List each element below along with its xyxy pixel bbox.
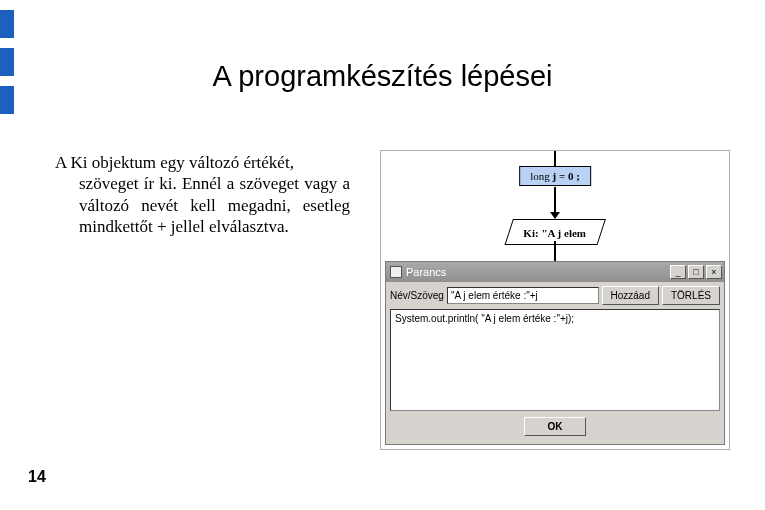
code-textarea[interactable]: System.out.println( "A j elem értéke :"+… xyxy=(390,309,720,411)
close-button[interactable]: × xyxy=(706,265,722,279)
paragraph-first-line: A Ki objektum egy változó értékét, xyxy=(55,153,294,172)
paragraph-rest: szöveget ír ki. Ennél a szöveget vagy a … xyxy=(55,173,350,237)
add-button[interactable]: Hozzáad xyxy=(602,286,659,305)
titlebar-left: Parancs xyxy=(388,266,446,278)
figure-frame: long j = 0 ; Ki: "A j elem Parancs _ □ xyxy=(380,150,730,450)
titlebar: Parancs _ □ × xyxy=(386,262,724,282)
dialog-window: Parancs _ □ × Név/Szöveg "A j elem érték… xyxy=(385,261,725,445)
slide-title: A programkészítés lépései xyxy=(0,60,765,93)
name-text-input[interactable]: "A j elem értéke :"+j xyxy=(447,287,599,304)
label-name-text: Név/Szöveg xyxy=(390,290,444,301)
arrow-down-icon xyxy=(550,212,560,219)
body-paragraph: A Ki objektum egy változó értékét, szöve… xyxy=(55,152,350,237)
maximize-button[interactable]: □ xyxy=(688,265,704,279)
flow-pgram-text: "A j elem xyxy=(541,227,586,239)
flow-pgram-pre: Ki: xyxy=(523,227,541,239)
ok-row: OK xyxy=(386,411,724,440)
window-title: Parancs xyxy=(406,266,446,278)
window-icon xyxy=(390,266,402,278)
minimize-button[interactable]: _ xyxy=(670,265,686,279)
accent-bar xyxy=(0,10,14,38)
flow-box1-code: j = 0 ; xyxy=(552,170,579,182)
clear-button[interactable]: TÖRLÉS xyxy=(662,286,720,305)
flow-connector xyxy=(554,187,556,212)
page-number: 14 xyxy=(28,468,46,486)
form-row: Név/Szöveg "A j elem értéke :"+j Hozzáad… xyxy=(386,282,724,309)
flow-connector xyxy=(554,151,556,166)
flow-box1-pre: long xyxy=(530,170,552,182)
flowchart: long j = 0 ; Ki: "A j elem xyxy=(381,151,729,261)
window-controls: _ □ × xyxy=(670,265,722,279)
flow-connector xyxy=(554,241,556,261)
slide: A programkészítés lépései A Ki objektum … xyxy=(0,0,765,510)
flow-box-declaration: long j = 0 ; xyxy=(519,166,591,186)
ok-button[interactable]: OK xyxy=(524,417,586,436)
code-line: System.out.println( "A j elem értéke :"+… xyxy=(395,313,574,324)
